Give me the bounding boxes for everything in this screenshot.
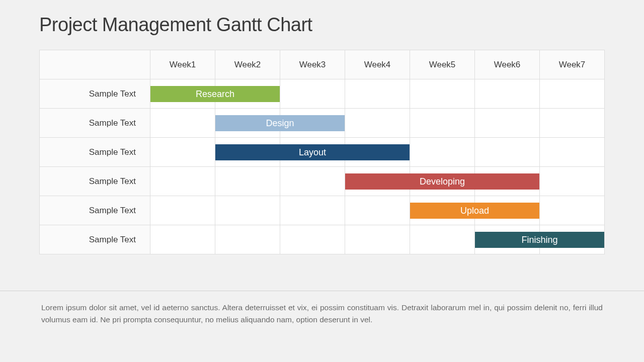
gantt-cell bbox=[280, 196, 345, 225]
gantt-cell: Research bbox=[150, 79, 215, 109]
row-label: Sample Text bbox=[40, 196, 150, 225]
gantt-cell: Developing bbox=[345, 167, 410, 196]
footer-text: Lorem ipsum dolor sit amet, vel id aeter… bbox=[41, 302, 603, 326]
col-week3: Week3 bbox=[280, 50, 345, 79]
col-week7: Week7 bbox=[540, 50, 605, 79]
row-label: Sample Text bbox=[40, 225, 150, 254]
gantt-table: Week1 Week2 Week3 Week4 Week5 Week6 Week… bbox=[39, 50, 605, 254]
gantt-bar: Layout bbox=[215, 144, 410, 160]
row-label: Sample Text bbox=[40, 138, 150, 167]
gantt-cell bbox=[540, 167, 605, 196]
gantt-cell bbox=[345, 79, 410, 109]
col-week1: Week1 bbox=[150, 50, 215, 79]
gantt-cell: Upload bbox=[410, 196, 475, 225]
gantt-cell bbox=[540, 196, 605, 225]
page-title: Project Management Gantt Chart bbox=[39, 14, 605, 36]
col-week4: Week4 bbox=[345, 50, 410, 79]
gantt-cell bbox=[410, 225, 475, 254]
gantt-bar: Finishing bbox=[475, 232, 604, 248]
gantt-cell: Layout bbox=[215, 138, 280, 167]
gantt-cell bbox=[345, 109, 410, 138]
gantt-row: Sample TextDesign bbox=[40, 109, 605, 138]
footer-divider bbox=[0, 291, 644, 291]
gantt-bar: Upload bbox=[410, 203, 539, 219]
gantt-cell bbox=[540, 109, 605, 138]
gantt-corner bbox=[40, 50, 150, 79]
gantt-cell bbox=[345, 196, 410, 225]
gantt-cell bbox=[150, 109, 215, 138]
gantt-header-row: Week1 Week2 Week3 Week4 Week5 Week6 Week… bbox=[40, 50, 605, 79]
col-week2: Week2 bbox=[215, 50, 280, 79]
col-week6: Week6 bbox=[475, 50, 540, 79]
gantt-cell bbox=[410, 79, 475, 109]
gantt-row: Sample TextUpload bbox=[40, 196, 605, 225]
gantt-cell bbox=[280, 79, 345, 109]
gantt-row: Sample TextLayout bbox=[40, 138, 605, 167]
gantt-cell bbox=[475, 138, 540, 167]
gantt-cell bbox=[150, 138, 215, 167]
gantt-bar: Design bbox=[215, 115, 345, 131]
gantt-cell bbox=[150, 167, 215, 196]
gantt-cell bbox=[280, 167, 345, 196]
gantt-cell bbox=[540, 79, 605, 109]
row-label: Sample Text bbox=[40, 79, 150, 109]
gantt-bar: Research bbox=[150, 86, 280, 102]
gantt-cell bbox=[475, 109, 540, 138]
gantt-cell bbox=[410, 109, 475, 138]
gantt-cell: Design bbox=[215, 109, 280, 138]
gantt-cell bbox=[215, 167, 280, 196]
row-label: Sample Text bbox=[40, 109, 150, 138]
gantt-cell bbox=[280, 225, 345, 254]
gantt-cell bbox=[215, 225, 280, 254]
col-week5: Week5 bbox=[410, 50, 475, 79]
gantt-row: Sample TextResearch bbox=[40, 79, 605, 109]
gantt-cell bbox=[540, 138, 605, 167]
gantt-cell bbox=[150, 225, 215, 254]
gantt-bar: Developing bbox=[345, 173, 539, 190]
gantt-cell: Finishing bbox=[475, 225, 540, 254]
gantt-row: Sample TextFinishing bbox=[40, 225, 605, 254]
gantt-cell bbox=[345, 225, 410, 254]
row-label: Sample Text bbox=[40, 167, 150, 196]
gantt-cell bbox=[215, 196, 280, 225]
gantt-cell bbox=[410, 138, 475, 167]
gantt-cell bbox=[475, 79, 540, 109]
gantt-cell bbox=[150, 196, 215, 225]
gantt-row: Sample TextDeveloping bbox=[40, 167, 605, 196]
